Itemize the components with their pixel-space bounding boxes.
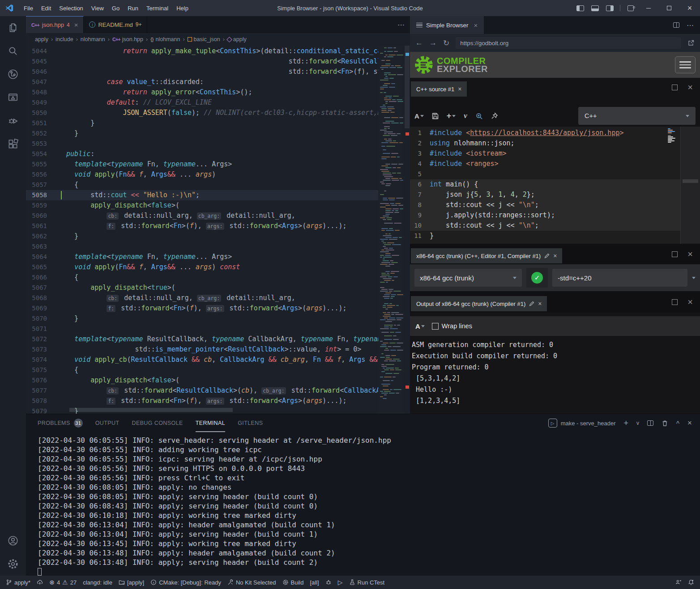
minimap[interactable] <box>378 46 404 414</box>
code-line[interactable]: 5049 default: // LCOV_EXCL_LINE <box>26 97 378 108</box>
menu-run[interactable]: Run <box>124 5 142 12</box>
close-icon[interactable]: × <box>553 252 557 259</box>
code-line[interactable]: 5047 case value_t::discarded: <box>26 77 378 87</box>
git-branch-item[interactable]: apply* <box>3 576 34 589</box>
editor-scrollbar[interactable] <box>404 46 410 414</box>
editor-actions-more-icon[interactable]: ⋯ <box>397 16 410 33</box>
zoom-icon[interactable] <box>475 112 483 120</box>
notifications-item[interactable] <box>685 579 697 585</box>
panel-tab-terminal[interactable]: TERMINAL <box>196 414 225 432</box>
breadcrumb-item-apply[interactable]: apply <box>35 36 48 42</box>
toggle-sidebar-icon[interactable] <box>576 5 584 11</box>
panel-tab-gitlens[interactable]: GITLENS <box>238 414 263 432</box>
code-line[interactable]: 5059 apply_dispatch<false>( <box>26 200 378 211</box>
kit-select-item[interactable]: No Kit Selected <box>224 576 279 589</box>
code-line[interactable]: 5078 f: std::forward<Fn>(f), args: std::… <box>26 396 378 406</box>
font-size-icon[interactable]: A <box>415 322 425 330</box>
url-input[interactable]: https://godbolt.org <box>456 37 681 49</box>
ce-code-line[interactable]: 7 json j{5, 3, 1, 4, 2}; <box>410 190 700 200</box>
settings-gear-icon[interactable] <box>2 552 24 576</box>
vim-mode-icon[interactable]: v <box>464 111 467 120</box>
options-dropdown-icon[interactable] <box>692 277 696 279</box>
terminal-select[interactable]: ▷ make - serve_header <box>548 419 616 428</box>
code-line[interactable]: 5055 template<typename Fn, typename... A… <box>26 159 378 169</box>
menu-selection[interactable]: Selection <box>55 5 87 12</box>
ce-code-line[interactable]: 4#include <ranges> <box>410 159 700 169</box>
code-line[interactable]: 5075 { <box>26 365 378 375</box>
code-line[interactable]: 5076 apply_dispatch<false>( <box>26 375 378 386</box>
toggle-panel-icon[interactable] <box>591 5 599 11</box>
horizontal-scrollbar[interactable] <box>69 408 233 412</box>
code-line[interactable]: 5070 } <box>26 314 378 324</box>
code-line[interactable]: 5071 <box>26 324 378 334</box>
close-icon[interactable]: × <box>458 85 461 93</box>
breadcrumb-item-include[interactable]: include <box>55 36 73 42</box>
code-line[interactable]: 5063 <box>26 242 378 252</box>
code-line[interactable]: 5054 public: <box>26 149 378 159</box>
open-external-icon[interactable] <box>687 39 695 47</box>
tab-readme-md[interactable]: i README.md 9+ <box>84 16 147 33</box>
ce-code-line[interactable]: 10 std::cout << j << "\n"; <box>410 220 700 231</box>
customize-layout-icon[interactable] <box>627 5 634 11</box>
split-editor-icon[interactable] <box>673 22 679 28</box>
close-tab-icon[interactable]: × <box>474 21 478 29</box>
close-panel-icon[interactable]: × <box>687 419 692 428</box>
ce-code-line[interactable]: 6int main() { <box>410 179 700 190</box>
reload-icon[interactable]: ↻ <box>443 38 449 48</box>
close-window-button[interactable]: × <box>679 0 700 16</box>
explorer-icon[interactable] <box>2 16 24 39</box>
code-line[interactable]: 5048 return apply_error<ConstThis>(); <box>26 87 378 97</box>
split-terminal-icon[interactable] <box>647 420 653 426</box>
code-line[interactable]: 5069 f: std::forward<Fn>(f), args: std::… <box>26 303 378 314</box>
breadcrumb-item-apply[interactable]: apply <box>227 36 247 42</box>
code-line[interactable]: 5065 void apply(Fn&& f, Args&& ... args)… <box>26 262 378 272</box>
add-pane-icon[interactable]: + <box>447 111 456 121</box>
code-line[interactable]: 5056 void apply(Fn&& f, Args&& ... args) <box>26 169 378 180</box>
terminal-output[interactable]: [2022-04-30 06:05:55] INFO: serve_header… <box>38 436 691 576</box>
code-line[interactable]: 5050 JSON_ASSERT(false); // NOLINT(cert-… <box>26 108 378 118</box>
panel-tab-problems[interactable]: PROBLEMS31 <box>38 414 83 432</box>
close-tab-icon[interactable]: × <box>74 21 78 29</box>
problems-item[interactable]: ⊗ 4 ⚠ 27 <box>46 576 80 589</box>
code-line[interactable]: 5045 std::forward<ResultCallback>(cb), <box>26 56 378 67</box>
maximize-pane-icon[interactable] <box>672 251 678 257</box>
ce-source-editor[interactable]: 1#include <https://localhost:8443/apply/… <box>410 127 700 244</box>
code-line[interactable]: 5046 std::forward<Fn>(f), std::forward<A… <box>26 67 378 77</box>
font-size-icon[interactable]: A <box>414 112 424 120</box>
ctest-item[interactable]: Run CTest <box>346 576 388 589</box>
code-line[interactable]: 5044 return apply_make_tuple<ConstThis>(… <box>26 46 378 56</box>
terminal-dropdown-icon[interactable]: v <box>636 420 639 426</box>
new-terminal-icon[interactable]: + <box>624 419 629 428</box>
menu-terminal[interactable]: Terminal <box>142 5 172 12</box>
code-line[interactable]: 5064 template<typename Fn, typename... A… <box>26 252 378 262</box>
close-icon[interactable]: × <box>538 300 542 307</box>
wrap-lines-toggle[interactable]: Wrap lines <box>432 322 472 330</box>
breadcrumb-item-nlohmann[interactable]: nlohmann <box>81 36 105 42</box>
code-line[interactable]: 5074 void apply_cb(ResultCallback && cb,… <box>26 355 378 365</box>
code-line[interactable]: 5057 { <box>26 180 378 190</box>
compile-status-button[interactable]: ✓ <box>526 268 548 288</box>
pin-icon[interactable] <box>491 112 498 119</box>
maximize-pane-icon[interactable] <box>672 85 678 90</box>
run-debug-icon[interactable] <box>2 109 24 132</box>
code-line[interactable]: 5060 cb: detail::null_arg, cb_arg: detai… <box>26 211 378 221</box>
hamburger-menu-icon[interactable] <box>675 56 696 73</box>
code-editor[interactable]: 5044 return apply_make_tuple<ConstThis>(… <box>26 46 410 414</box>
clangd-status-item[interactable]: clangd: idle <box>80 576 115 589</box>
ce-code-line[interactable]: 3#include <iostream> <box>410 148 700 159</box>
source-tab[interactable]: C++ source #1 × <box>411 81 467 97</box>
debug-item[interactable] <box>322 576 335 589</box>
more-actions-icon[interactable]: ⋯ <box>687 21 694 30</box>
toggle-secondary-sidebar-icon[interactable] <box>606 5 614 11</box>
forward-icon[interactable]: → <box>429 38 437 47</box>
output-tab[interactable]: Output of x86-64 gcc (trunk) (Compiler #… <box>411 296 547 311</box>
ce-code-line[interactable]: 11} <box>410 231 700 241</box>
close-pane-icon[interactable]: × <box>687 82 693 93</box>
code-line[interactable]: 5062 } <box>26 231 378 242</box>
language-select[interactable]: C++ <box>578 107 696 125</box>
build-item[interactable]: Build <box>279 576 307 589</box>
search-icon[interactable] <box>2 39 24 63</box>
wrap-lines-checkbox[interactable] <box>432 323 439 330</box>
code-line[interactable]: 5061 f: std::forward<Fn>(f), args: std::… <box>26 221 378 231</box>
source-control-icon[interactable] <box>2 63 24 86</box>
